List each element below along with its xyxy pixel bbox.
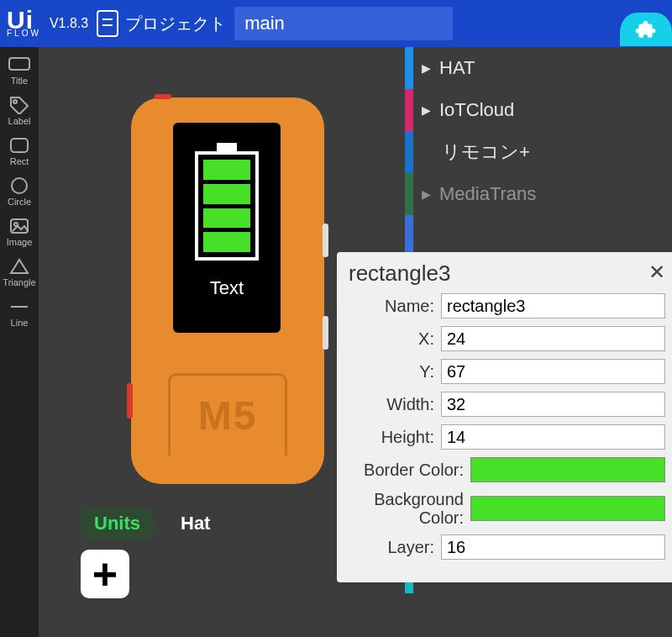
prop-bg-label: Background Color: xyxy=(349,490,470,527)
prop-layer-input[interactable] xyxy=(441,534,665,560)
line-icon xyxy=(8,297,31,316)
prop-y-label: Y: xyxy=(349,362,441,381)
prop-y-input[interactable] xyxy=(441,359,665,384)
prop-border-color[interactable] xyxy=(470,457,665,482)
m5-label: M5 xyxy=(198,392,258,439)
prop-name-input[interactable] xyxy=(441,293,665,318)
tool-label: Triangle xyxy=(3,277,35,287)
rect-icon xyxy=(8,136,31,155)
tool-label: Line xyxy=(11,318,29,328)
prop-x-label: X: xyxy=(349,329,441,348)
svg-rect-2 xyxy=(11,139,28,152)
chevron-right-icon: ▶ xyxy=(422,187,431,201)
prop-bg-color[interactable] xyxy=(470,496,665,521)
image-icon xyxy=(8,217,31,235)
device-right-button-2 xyxy=(323,316,328,350)
tool-line[interactable]: Line xyxy=(0,294,39,331)
puzzle-icon xyxy=(635,18,657,40)
document-icon xyxy=(97,10,118,37)
chevron-right-icon: ▶ xyxy=(422,103,431,117)
category-item[interactable]: リモコン+ xyxy=(405,131,672,173)
prop-width-label: Width: xyxy=(349,395,441,413)
category-label: HAT xyxy=(439,57,475,79)
category-stripe xyxy=(405,89,413,131)
category-label: リモコン+ xyxy=(442,140,530,165)
svg-rect-0 xyxy=(9,58,29,70)
tab-units[interactable]: Units xyxy=(81,508,154,540)
category-label: MediaTrans xyxy=(439,183,536,205)
category-stripe xyxy=(405,131,413,173)
version-label: V1.8.3 xyxy=(50,16,88,31)
device-right-button-1 xyxy=(323,224,328,257)
device-screen[interactable]: Text xyxy=(173,123,281,333)
tool-label: Rect xyxy=(10,156,29,166)
category-stripe xyxy=(405,47,413,89)
circle-icon xyxy=(8,176,31,195)
project-menu[interactable]: プロジェクト xyxy=(97,10,226,37)
device-preview: Text M5 xyxy=(131,97,324,484)
unit-tabs: Units Hat xyxy=(81,508,223,540)
category-item[interactable]: ▶HAT xyxy=(405,47,672,89)
category-stripe xyxy=(405,215,413,257)
tool-image[interactable]: Image xyxy=(0,213,39,250)
category-item[interactable]: ▶IoTCloud xyxy=(405,89,672,131)
prop-width-input[interactable] xyxy=(441,392,665,417)
triangle-icon xyxy=(8,257,31,276)
prop-x-input[interactable] xyxy=(441,326,665,351)
chevron-right-icon: ▶ xyxy=(422,61,431,75)
device-left-button xyxy=(127,383,133,419)
category-item[interactable]: ▶MediaTrans xyxy=(405,173,672,215)
category-stripe xyxy=(405,173,413,215)
properties-panel: ✕ rectangle3 Name: X: Y: Width: Height: … xyxy=(337,252,672,582)
prop-layer-label: Layer: xyxy=(349,538,441,556)
ui-element-toolbar: Title Label Rect Circle Image Triangle L… xyxy=(0,47,39,637)
screen-text-label[interactable]: Text xyxy=(210,277,244,299)
plus-icon: + xyxy=(92,552,118,596)
m5-slot: M5 xyxy=(168,373,287,455)
prop-name-label: Name: xyxy=(349,297,441,315)
svg-point-3 xyxy=(12,178,27,193)
project-name-input[interactable] xyxy=(234,7,453,40)
extensions-button[interactable] xyxy=(620,13,672,46)
tab-hat[interactable]: Hat xyxy=(167,508,223,540)
properties-title: rectangle3 xyxy=(349,261,665,287)
close-icon[interactable]: ✕ xyxy=(648,261,665,284)
add-unit-button[interactable]: + xyxy=(81,550,129,598)
canvas-area[interactable]: Text M5 Units Hat + ▶HAT▶IoTCloudリモコン+▶M… xyxy=(39,47,672,637)
prop-height-input[interactable] xyxy=(441,424,665,450)
title-icon xyxy=(8,55,31,74)
tool-label: Title xyxy=(11,76,28,86)
app-header: Ui FLOW V1.8.3 プロジェクト xyxy=(0,0,672,47)
tool-label: Circle xyxy=(8,197,31,207)
device-top-button xyxy=(155,94,171,99)
logo-top: Ui xyxy=(7,11,41,30)
tool-rect[interactable]: Rect xyxy=(0,133,39,170)
tool-triangle[interactable]: Triangle xyxy=(0,254,39,291)
prop-border-label: Border Color: xyxy=(349,461,470,479)
category-label: IoTCloud xyxy=(439,99,514,121)
tool-label: Label xyxy=(8,116,31,126)
tool-label: Image xyxy=(7,237,33,247)
tool-label[interactable]: Label xyxy=(0,92,39,129)
tool-circle[interactable]: Circle xyxy=(0,173,39,210)
svg-point-1 xyxy=(13,100,17,103)
logo-bottom: FLOW xyxy=(7,30,41,37)
tag-icon xyxy=(8,96,31,114)
prop-height-label: Height: xyxy=(349,428,441,446)
project-label: プロジェクト xyxy=(125,13,226,35)
category-item[interactable] xyxy=(405,215,672,257)
app-logo: Ui FLOW xyxy=(7,11,41,36)
tool-title[interactable]: Title xyxy=(0,52,39,89)
battery-icon xyxy=(195,151,259,261)
